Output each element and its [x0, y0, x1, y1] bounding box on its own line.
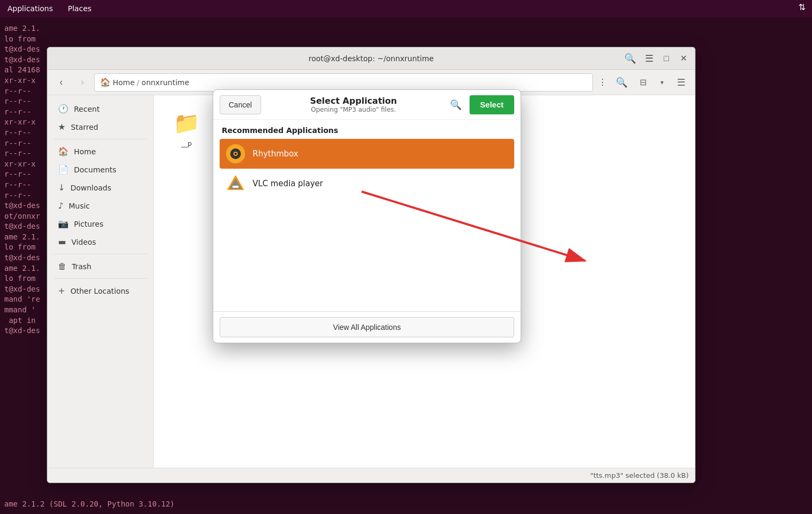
- dialog-subtitle: Opening "MP3 audio" files.: [265, 106, 442, 113]
- cancel-button[interactable]: Cancel: [220, 95, 261, 114]
- sidebar-label-pictures: Pictures: [74, 220, 103, 228]
- rhythmbox-label: Rhythmbox: [253, 149, 298, 159]
- path-bar: 🏠 Home / onnxruntime: [94, 73, 593, 92]
- titlebar-maximize-button[interactable]: □: [659, 51, 674, 66]
- sidebar-label-home: Home: [74, 147, 96, 156]
- path-current-segment: onnxruntime: [141, 78, 189, 87]
- view-all-applications-button[interactable]: View All Applications: [220, 317, 514, 337]
- toolbar-hamburger-button[interactable]: ☰: [672, 73, 691, 92]
- back-button[interactable]: ‹: [52, 73, 71, 92]
- sidebar-label-trash: Trash: [72, 262, 91, 271]
- top-menubar: Applications Places ⇅: [0, 0, 812, 17]
- sidebar-label-music: Music: [69, 202, 90, 210]
- sidebar-item-other[interactable]: + Other Locations: [49, 282, 151, 300]
- dialog-search-button[interactable]: 🔍: [446, 95, 465, 114]
- file-icon-0: 📁: [172, 108, 202, 138]
- terminal-line: lo from: [4, 34, 808, 45]
- recent-icon: 🕐: [58, 104, 69, 114]
- documents-icon: 📄: [58, 164, 69, 175]
- videos-icon: ▬: [58, 237, 66, 247]
- trash-icon: 🗑: [58, 261, 66, 271]
- toolbar-search-button[interactable]: 🔍: [612, 73, 631, 92]
- file-manager-title: root@xd-desktop: ~/onnxruntime: [308, 54, 433, 63]
- path-separator: /: [137, 78, 139, 87]
- terminal-line: ame 2.1.: [4, 23, 808, 34]
- file-item-0[interactable]: 📁 __p: [162, 104, 211, 159]
- titlebar-search-button[interactable]: 🔍: [621, 49, 640, 68]
- terminal-bottom-line: ame 2.1.2 (SDL 2.0.20, Python 3.10.12): [4, 499, 174, 510]
- dialog-title-area: Select Application Opening "MP3 audio" f…: [265, 96, 442, 113]
- sidebar-divider-2: [54, 254, 147, 254]
- sidebar-item-starred[interactable]: ★ Starred: [49, 118, 151, 136]
- vlc-icon: [226, 174, 245, 193]
- sidebar-label-documents: Documents: [74, 165, 116, 174]
- titlebar-controls: − □ ✕: [642, 51, 691, 66]
- home-sidebar-icon: 🏠: [58, 146, 69, 156]
- sidebar-item-music[interactable]: ♪ Music: [49, 197, 151, 214]
- sidebar-item-downloads[interactable]: ↓ Downloads: [49, 179, 151, 196]
- recommended-section-title: Recommended Applications: [220, 126, 514, 135]
- dialog-header: Cancel Select Application Opening "MP3 a…: [213, 90, 521, 120]
- sidebar-label-downloads: Downloads: [70, 184, 111, 192]
- dialog-title: Select Application: [265, 96, 442, 106]
- titlebar-close-button[interactable]: ✕: [676, 51, 691, 66]
- dialog-body: Recommended Applications Rhythmbox: [213, 120, 521, 311]
- music-icon: ♪: [58, 201, 63, 211]
- select-application-dialog: Cancel Select Application Opening "MP3 a…: [213, 89, 521, 343]
- sidebar-divider-1: [54, 139, 147, 139]
- sidebar-label-starred: Starred: [71, 123, 98, 131]
- sidebar-label-videos: Videos: [71, 238, 96, 246]
- select-button[interactable]: Select: [470, 95, 514, 114]
- dialog-footer: View All Applications: [213, 311, 521, 343]
- fm-sidebar: 🕐 Recent ★ Starred 🏠 Home 📄 Documents ↓ …: [47, 95, 154, 468]
- home-icon: 🏠: [100, 77, 111, 87]
- sidebar-item-recent[interactable]: 🕐 Recent: [49, 100, 151, 118]
- pictures-icon: 📷: [58, 219, 69, 229]
- sidebar-label-recent: Recent: [74, 105, 99, 113]
- fm-statusbar: "tts.mp3" selected (38.0 kB): [47, 468, 695, 483]
- sidebar-item-home[interactable]: 🏠 Home: [49, 143, 151, 160]
- file-manager-titlebar: root@xd-desktop: ~/onnxruntime 🔍 ☰ − □ ✕: [47, 47, 695, 70]
- sidebar-item-videos[interactable]: ▬ Videos: [49, 233, 151, 251]
- sidebar-item-pictures[interactable]: 📷 Pictures: [49, 215, 151, 233]
- view-dropdown-button[interactable]: ▾: [655, 73, 669, 92]
- sidebar-label-other: Other Locations: [70, 287, 129, 295]
- app-item-vlc[interactable]: VLC media player: [220, 169, 514, 198]
- svg-rect-12: [232, 186, 239, 188]
- app-item-rhythmbox[interactable]: Rhythmbox: [220, 139, 514, 169]
- path-home-label: Home: [113, 78, 135, 87]
- view-list-button[interactable]: ⊟: [633, 73, 652, 92]
- titlebar-minimize-button[interactable]: −: [642, 51, 657, 66]
- statusbar-text: "tts.mp3" selected (38.0 kB): [590, 471, 689, 479]
- menubar-applications[interactable]: Applications: [4, 3, 56, 14]
- rhythmbox-icon: [226, 144, 245, 163]
- svg-point-9: [235, 153, 237, 155]
- vlc-label: VLC media player: [253, 179, 323, 188]
- sidebar-divider-3: [54, 278, 147, 279]
- sidebar-item-trash[interactable]: 🗑 Trash: [49, 258, 151, 275]
- other-locations-icon: +: [58, 286, 65, 296]
- menubar-arrows: ⇅: [799, 2, 806, 12]
- sidebar-item-documents[interactable]: 📄 Documents: [49, 161, 151, 178]
- downloads-icon: ↓: [58, 183, 65, 193]
- starred-icon: ★: [58, 122, 65, 132]
- path-more-button[interactable]: ⋮: [595, 75, 610, 90]
- forward-button[interactable]: ›: [73, 73, 92, 92]
- file-label-0: __p: [181, 140, 192, 147]
- menubar-places[interactable]: Places: [65, 3, 95, 14]
